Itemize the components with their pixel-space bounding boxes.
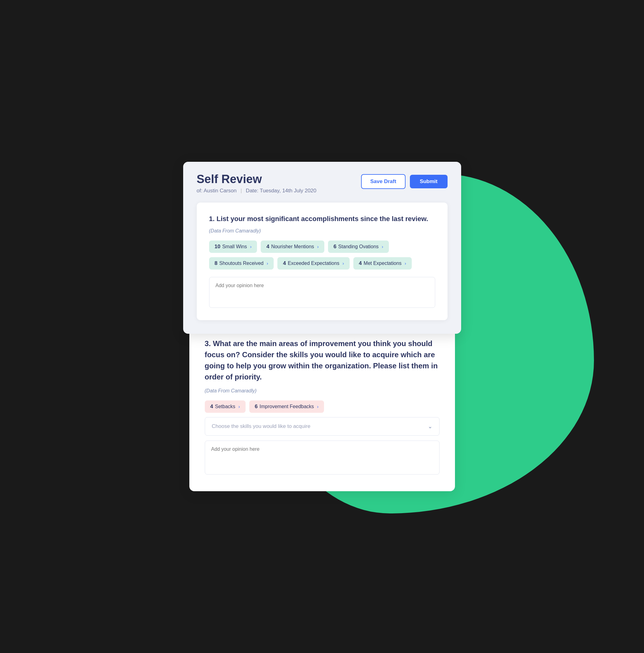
- question1-body: List your most significant accomplishmen…: [216, 215, 428, 223]
- chip-standing-number: 6: [334, 244, 336, 250]
- chip-small-wins-number: 10: [215, 244, 220, 250]
- chip-nourisher-number: 4: [266, 244, 269, 250]
- chip-met-number: 4: [359, 260, 362, 266]
- page-title: Self Review: [197, 173, 317, 186]
- chip-nourisher-label: Nourisher Mentions: [271, 244, 314, 249]
- chip-improvement-label: Improvement Feedbacks: [259, 404, 314, 409]
- chip-met[interactable]: 4 Met Expectations ›: [353, 257, 412, 269]
- chip-standing-arrow: ›: [382, 244, 383, 249]
- chip-improvement-arrow: ›: [317, 404, 318, 409]
- chip-improvement-number: 6: [255, 404, 258, 410]
- submit-button[interactable]: Submit: [410, 175, 448, 188]
- chip-setbacks-arrow: ›: [238, 404, 240, 409]
- question3-chips-row: 4 Setbacks › 6 Improvement Feedbacks ›: [205, 401, 439, 413]
- chip-exceeded-arrow: ›: [342, 261, 344, 266]
- card-subtitle: of: Austin Carson | Date: Tuesday, 14th …: [197, 188, 317, 194]
- title-section: Self Review of: Austin Carson | Date: Tu…: [197, 173, 317, 194]
- chips-row-2: 8 Shoutouts Received › 4 Exceeded Expect…: [209, 257, 435, 269]
- chip-setbacks[interactable]: 4 Setbacks ›: [205, 401, 245, 413]
- question1-card: 1. List your most significant accomplish…: [197, 202, 448, 320]
- chips-row-1: 10 Small Wins › 4 Nourisher Mentions › 6…: [209, 241, 435, 253]
- chip-exceeded-label: Exceeded Expectations: [288, 261, 339, 266]
- skills-dropdown[interactable]: Choose the skills you would like to acqu…: [205, 417, 439, 436]
- question1-number: 1.: [209, 215, 215, 223]
- question1-data-from: (Data From Camaradly): [209, 228, 435, 234]
- chip-nourisher-mentions[interactable]: 4 Nourisher Mentions ›: [261, 241, 324, 253]
- chevron-down-icon: ⌄: [428, 423, 432, 430]
- question1-textarea[interactable]: [209, 277, 435, 308]
- question3-textarea[interactable]: [205, 441, 439, 475]
- chip-small-wins-arrow: ›: [250, 244, 252, 249]
- question3-card: 3. What are the main areas of improvemen…: [189, 324, 455, 491]
- question3-data-from: (Data From Camaradly): [205, 388, 439, 394]
- chip-setbacks-number: 4: [210, 404, 213, 410]
- subtitle-of: of: Austin Carson: [197, 188, 237, 194]
- question3-text: 3. What are the main areas of improvemen…: [205, 338, 439, 383]
- outer-card: Self Review of: Austin Carson | Date: Tu…: [183, 162, 461, 334]
- chip-shoutouts-arrow: ›: [266, 261, 268, 266]
- chip-standing-label: Standing Ovations: [338, 244, 379, 249]
- skills-dropdown-placeholder: Choose the skills you would like to acqu…: [212, 423, 310, 430]
- question1-text: 1. List your most significant accomplish…: [209, 214, 435, 224]
- chip-shoutouts[interactable]: 8 Shoutouts Received ›: [209, 257, 274, 269]
- chip-shoutouts-label: Shoutouts Received: [219, 261, 263, 266]
- question3-body: What are the main areas of improvement y…: [205, 339, 438, 381]
- header-buttons: Save Draft Submit: [361, 174, 448, 189]
- question3-number: 3.: [205, 339, 211, 348]
- chip-nourisher-arrow: ›: [317, 244, 319, 249]
- subtitle-date: Date: Tuesday, 14th July 2020: [246, 188, 316, 194]
- save-draft-button[interactable]: Save Draft: [361, 174, 406, 189]
- chip-met-arrow: ›: [405, 261, 406, 266]
- chip-shoutouts-number: 8: [215, 260, 217, 266]
- chip-standing-ovations[interactable]: 6 Standing Ovations ›: [328, 241, 389, 253]
- chip-exceeded[interactable]: 4 Exceeded Expectations ›: [277, 257, 350, 269]
- chip-exceeded-number: 4: [283, 260, 286, 266]
- page-container: Self Review of: Austin Carson | Date: Tu…: [180, 162, 464, 491]
- chip-setbacks-label: Setbacks: [215, 404, 235, 409]
- chip-met-label: Met Expectations: [363, 261, 402, 266]
- chip-small-wins[interactable]: 10 Small Wins ›: [209, 241, 257, 253]
- card-header: Self Review of: Austin Carson | Date: Tu…: [197, 173, 448, 194]
- chip-improvement-feedbacks[interactable]: 6 Improvement Feedbacks ›: [249, 401, 324, 413]
- chip-small-wins-label: Small Wins: [222, 244, 247, 249]
- separator: |: [241, 188, 242, 194]
